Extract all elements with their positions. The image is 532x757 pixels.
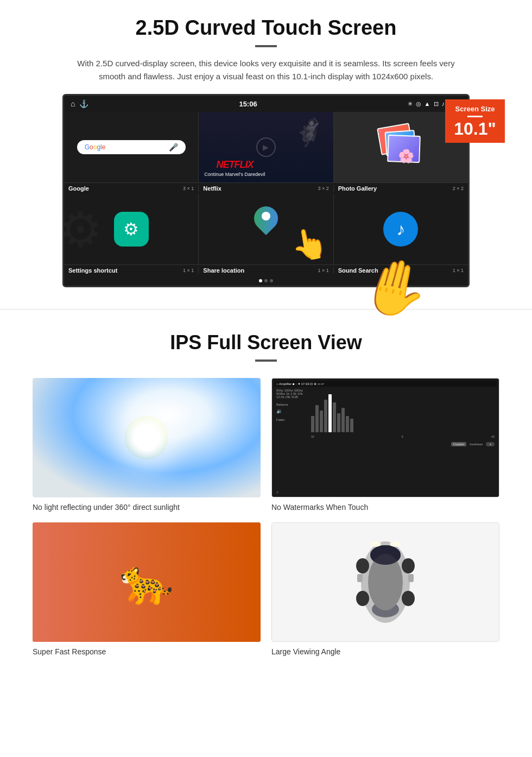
mini-screen: ⌂ Amplifier ■ ·· ♥ 17:33 ⊡ ⊕ ▭ ↩ 60hz 10…: [272, 379, 499, 497]
wheel-fl: [356, 558, 369, 573]
wheel-fr: [402, 558, 415, 573]
mini-controls-left: 60hz 100hz 200hz 500hz 1k 2.5k 10k 12.5k…: [276, 389, 309, 487]
sound-search-thumb: ♪: [334, 194, 468, 264]
google-cell[interactable]: Google 🎤: [64, 112, 199, 182]
settings-thumb: ⚙ ⚙: [64, 194, 198, 264]
mini-controls-right: 100-10 Custom loudness ●: [311, 389, 495, 487]
bar-9: [346, 416, 349, 432]
bar-4: [324, 400, 327, 432]
section-ips-screen: IPS Full Screen View No light reflecting…: [0, 331, 532, 672]
mirror-left: [357, 574, 363, 582]
bar-10: [350, 419, 353, 432]
google-app-size: 3 × 1: [183, 186, 194, 191]
share-location-app-size: 1 × 1: [318, 268, 328, 273]
section2-title: IPS Full Screen View: [22, 331, 510, 354]
badge-label: Screen Size: [449, 105, 501, 113]
section1-title: 2.5D Curved Touch Screen: [33, 16, 499, 40]
sunlight-glow: [33, 378, 261, 497]
netflix-cell[interactable]: 🦸 ▶ NETFLIX Continue Marvel's Daredevil: [199, 112, 333, 182]
status-left-icons: ⌂ ⚓: [71, 99, 88, 108]
daredevil-figure: 🦸: [293, 117, 325, 148]
device-wrapper: Screen Size 10.1" ⌂ ⚓ 15:06 ✳ ◎ ▲ ⊡: [33, 94, 499, 287]
g-letter-g: G: [85, 143, 90, 151]
hand-pointer-icon: 👆: [288, 224, 331, 264]
feature-cheetah: 🐆 Super Fast Response: [33, 522, 261, 656]
loudness-label: loudness: [470, 443, 483, 446]
cheetah-scene: 🐆: [33, 522, 261, 642]
netflix-label: Netflix 3 × 2: [199, 185, 333, 192]
maps-icon: [252, 205, 280, 232]
photo-gallery-app-size: 2 × 2: [453, 186, 464, 191]
custom-button: Custom: [451, 442, 467, 446]
bar-1: [311, 416, 314, 432]
share-location-cell[interactable]: 👆: [199, 194, 333, 264]
signal-icon: ▲: [425, 100, 430, 107]
settings-cell[interactable]: ⚙ ⚙: [64, 194, 199, 264]
cheetah-label: Super Fast Response: [33, 647, 261, 656]
badge-divider: [467, 116, 483, 117]
back-icon: ⟨⟨: [276, 490, 278, 494]
screen-size-badge: Screen Size 10.1": [445, 99, 505, 143]
headlight-right: [390, 541, 401, 547]
mini-footer: ⟨⟨: [274, 489, 497, 495]
bar-8: [341, 408, 345, 432]
mini-bottom-controls: Custom loudness ●: [311, 442, 495, 446]
share-location-text-label: Share location 1 × 1: [199, 267, 333, 274]
sunlight-label: No light reflecting under 360° direct su…: [33, 503, 261, 512]
settings-label: Settings shortcut 1 × 1: [64, 267, 199, 274]
settings-icon: ⚙: [114, 212, 149, 247]
share-location-app-name: Share location: [203, 267, 244, 274]
flower-emoji: 🌸: [398, 148, 415, 164]
wheel-rr: [402, 591, 415, 606]
status-time: 15:06: [239, 100, 257, 108]
app-grid-row1: Google 🎤 🦸 ▶ NETFLIX: [64, 112, 468, 183]
feature-watermark: ⌂ Amplifier ■ ·· ♥ 17:33 ⊡ ⊕ ▭ ↩ 60hz 10…: [271, 378, 499, 512]
sound-search-cell[interactable]: ♪: [334, 194, 468, 264]
car-top-view: [272, 523, 499, 641]
status-bar: ⌂ ⚓ 15:06 ✳ ◎ ▲ ⊡ ♪ ⊠ ▭: [64, 96, 468, 112]
section-divider: [0, 309, 532, 310]
camera-icon: ⊡: [434, 100, 439, 108]
app-grid-row2: ⚙ ⚙ 👆: [64, 194, 468, 265]
car-label: Large Viewing Angle: [271, 647, 499, 656]
g-letter-o1: o: [90, 143, 93, 151]
bar-2: [315, 405, 319, 432]
photo-gallery-app-name: Photo Gallery: [338, 185, 377, 192]
cheetah-emoji: 🐆: [119, 557, 174, 608]
car-svg: [342, 533, 429, 631]
netflix-app-name: Netflix: [203, 185, 221, 192]
google-thumb: Google 🎤: [64, 112, 198, 182]
volume-icon: ♪: [442, 100, 445, 107]
scroll-dots: [64, 276, 468, 286]
mini-content: 60hz 100hz 200hz 500hz 1k 2.5k 10k 12.5k…: [274, 387, 497, 489]
freq-label-60: 60hz 100hz 200hz 500hz 1k 2.5k 10k 12.5k…: [276, 389, 309, 399]
feature-sunlight: No light reflecting under 360° direct su…: [33, 378, 261, 512]
sound-search-icon: ♪: [383, 212, 418, 247]
feature-grid: No light reflecting under 360° direct su…: [22, 378, 510, 656]
car-hood: [370, 545, 401, 565]
g-letter-e: e: [102, 143, 106, 151]
section2-underline: [255, 359, 277, 362]
mic-icon: 🎤: [169, 143, 178, 152]
google-app-name: Google: [68, 185, 89, 192]
wheel-rl: [356, 591, 369, 606]
mirror-right: [408, 574, 414, 582]
maps-pin-dot: [262, 212, 270, 220]
sound-search-app-name: Sound Search: [338, 267, 378, 274]
usb-icon: ⚓: [79, 99, 88, 108]
netflix-subtitle: Continue Marvel's Daredevil: [204, 172, 265, 177]
toggle-switch: ●: [486, 442, 495, 446]
section-curved-screen: 2.5D Curved Touch Screen With 2.5D curve…: [0, 0, 532, 287]
fader-label: Fader: [276, 418, 309, 421]
sound-search-app-size: 1 × 1: [453, 268, 464, 273]
equalizer-bars: [311, 389, 495, 432]
google-search-bar[interactable]: Google 🎤: [77, 140, 186, 154]
dot-1: [259, 279, 262, 282]
mini-app-title: ⌂ Amplifier ■ ·· ♥ 17:33 ⊡ ⊕ ▭ ↩: [276, 382, 324, 386]
sunlight-image: [33, 378, 261, 497]
car-image: [271, 522, 499, 642]
feature-car: Large Viewing Angle: [271, 522, 499, 656]
share-location-thumb: 👆: [199, 194, 333, 264]
bar-7: [337, 413, 340, 432]
mini-status-bar: ⌂ Amplifier ■ ·· ♥ 17:33 ⊡ ⊕ ▭ ↩: [274, 381, 497, 387]
